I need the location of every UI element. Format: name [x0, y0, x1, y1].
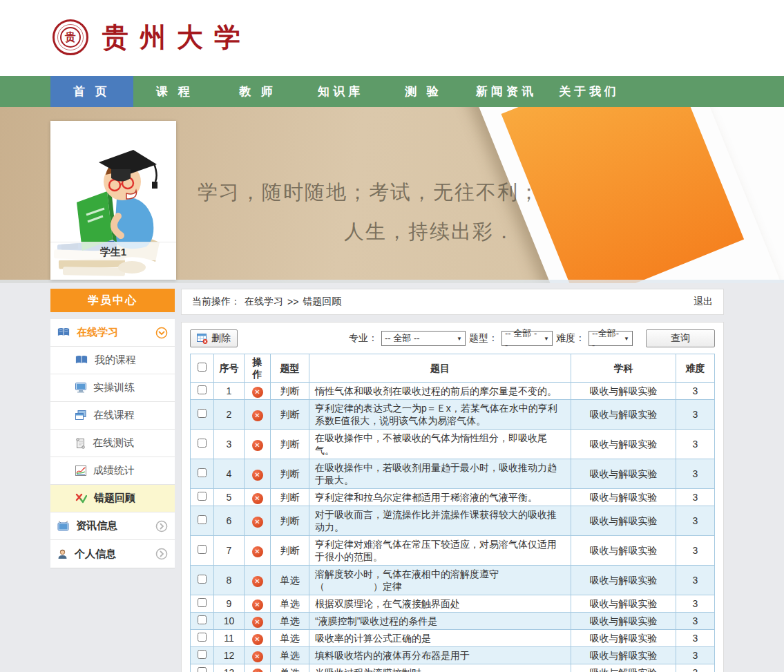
row-checkbox[interactable] — [198, 468, 207, 477]
select-all-checkbox[interactable] — [198, 363, 207, 372]
main-nav: 首 页 课 程 教 师 知识库 测 验 新闻资讯 关于我们 — [0, 76, 784, 107]
seal-character: 贵 — [60, 27, 81, 48]
row-operation-cell — [245, 506, 271, 536]
breadcrumb: 当前操作： 在线学习 >> 错题回顾 退出 — [181, 289, 724, 315]
sidebar: 学员中心 在线学习 我的课程 实操训练 在线课程 — [50, 289, 175, 568]
row-type: 单选 — [271, 613, 309, 630]
filter-major-label: 专业： — [349, 332, 378, 345]
banner-slogan: 学习，随时随地；考试，无往不利； 人生，持续出彩． — [198, 179, 540, 246]
delete-row-icon[interactable] — [252, 669, 263, 672]
sidebar-item-practice-training[interactable]: 实操训练 — [50, 374, 175, 402]
delete-button[interactable]: 删除 — [190, 329, 238, 347]
wrong-check-icon — [75, 493, 87, 503]
nav-item-teachers[interactable]: 教 师 — [216, 76, 299, 107]
book-icon — [57, 327, 70, 338]
delete-row-icon[interactable] — [252, 440, 263, 451]
nav-item-about[interactable]: 关于我们 — [548, 76, 631, 107]
book-icon — [75, 355, 88, 365]
table-row: 3 判断 在吸收操作中，不被吸收的气体为惰性组分，即吸收尾气。 吸收与解吸实验 … — [191, 430, 715, 459]
table-row: 7 判断 亨利定律对难溶气体在常压下较适应，对易溶气体仅适用于很小的范围。 吸收… — [191, 536, 715, 566]
row-checkbox[interactable] — [198, 633, 207, 642]
question-rows: 1 判断 惰性气体和吸收剂在吸收过程的前后的摩尔量是不变的。 吸收与解吸实验 3… — [191, 383, 715, 672]
delete-table-icon — [197, 334, 208, 344]
filters: 专业： -- 全部 -- ▼ 题型： -- 全部 -- ▼ 难度： --全部-- — [349, 329, 715, 347]
delete-row-icon[interactable] — [252, 634, 263, 645]
row-checkbox[interactable] — [198, 598, 207, 607]
row-number: 9 — [214, 595, 245, 613]
row-checkbox[interactable] — [198, 439, 207, 448]
row-number: 5 — [214, 489, 245, 506]
row-checkbox[interactable] — [198, 409, 207, 418]
row-type: 判断 — [271, 506, 309, 536]
row-checkbox[interactable] — [198, 385, 207, 394]
nav-item-courses[interactable]: 课 程 — [133, 76, 216, 107]
search-button[interactable]: 查询 — [646, 329, 715, 347]
sidebar-item-wrong-question-review[interactable]: 错题回顾 — [50, 485, 175, 512]
row-title: 填料吸收塔内的液体再分布器是用于 — [309, 647, 571, 664]
main-content: 当前操作： 在线学习 >> 错题回顾 退出 删除 专业： -- 全部 -- — [181, 289, 724, 672]
row-type: 单选 — [271, 595, 309, 613]
delete-row-icon[interactable] — [252, 517, 263, 528]
row-type: 判断 — [271, 536, 309, 566]
toolbar: 删除 专业： -- 全部 -- ▼ 题型： -- 全部 -- ▼ — [190, 329, 715, 347]
delete-row-icon[interactable] — [252, 546, 263, 557]
col-header-title: 题目 — [309, 354, 571, 383]
row-title: 在吸收操作中，不被吸收的气体为惰性组分，即吸收尾气。 — [309, 430, 571, 459]
select-all-cell — [191, 354, 214, 383]
col-header-subject: 学科 — [571, 354, 676, 383]
page: 贵 贵州大学 首 页 课 程 教 师 知识库 测 验 新闻资讯 关于我们 — [0, 0, 784, 672]
university-name: 贵州大学 — [102, 20, 251, 55]
difficulty-select[interactable]: --全部-- ▼ — [589, 331, 633, 346]
row-checkbox[interactable] — [198, 492, 207, 501]
row-difficulty: 3 — [676, 613, 715, 630]
row-subject: 吸收与解吸实验 — [571, 536, 676, 566]
sidebar-item-online-courses[interactable]: 在线课程 — [50, 402, 175, 430]
row-type: 判断 — [271, 383, 309, 400]
row-type: 单选 — [271, 630, 309, 647]
person-icon — [57, 549, 68, 559]
nav-item-news[interactable]: 新闻资讯 — [465, 76, 548, 107]
monitor-icon — [75, 383, 86, 393]
student-name-label: 学生1 — [50, 242, 176, 260]
delete-row-icon[interactable] — [252, 617, 263, 628]
row-difficulty: 3 — [676, 430, 715, 459]
row-number: 12 — [214, 647, 245, 664]
student-card: 学生1 — [50, 121, 176, 280]
major-select[interactable]: -- 全部 -- ▼ — [381, 331, 466, 346]
delete-row-icon[interactable] — [252, 651, 263, 662]
breadcrumb-section[interactable]: 在线学习 — [245, 296, 283, 308]
delete-row-icon[interactable] — [252, 599, 263, 611]
row-checkbox[interactable] — [198, 667, 207, 672]
row-checkbox[interactable] — [198, 515, 207, 524]
col-header-difficulty: 难度 — [676, 354, 715, 383]
delete-row-icon[interactable] — [252, 493, 263, 504]
question-type-select[interactable]: -- 全部 -- ▼ — [501, 331, 553, 346]
sidebar-item-online-learning[interactable]: 在线学习 — [50, 319, 175, 347]
sidebar-item-my-courses[interactable]: 我的课程 — [50, 347, 175, 374]
sidebar-item-news-info[interactable]: 资讯信息 — [50, 512, 175, 540]
row-title: 根据双膜理论，在气液接触界面处 — [309, 595, 571, 613]
nav-item-tests[interactable]: 测 验 — [382, 76, 465, 107]
delete-row-icon[interactable] — [252, 470, 263, 481]
nav-item-knowledge[interactable]: 知识库 — [299, 76, 382, 107]
row-title: 对于吸收而言，逆流操作比并流操作课获得较大的吸收推动力。 — [309, 506, 571, 536]
sidebar-item-score-statistics[interactable]: 成绩统计 — [50, 457, 175, 485]
delete-row-icon[interactable] — [252, 387, 263, 398]
nav-item-home[interactable]: 首 页 — [50, 76, 133, 107]
logout-link[interactable]: 退出 — [694, 296, 713, 308]
row-subject: 吸收与解吸实验 — [571, 566, 676, 595]
row-difficulty: 3 — [676, 647, 715, 664]
sidebar-item-personal-info[interactable]: 个人信息 — [50, 540, 175, 568]
row-number: 1 — [214, 383, 245, 400]
row-title: 亨利定律对难溶气体在常压下较适应，对易溶气体仅适用于很小的范围。 — [309, 536, 571, 566]
row-checkbox[interactable] — [198, 650, 207, 659]
delete-row-icon[interactable] — [252, 576, 263, 587]
sidebar-menu: 在线学习 我的课程 实操训练 在线课程 在线测试 — [50, 319, 175, 568]
row-checkbox[interactable] — [198, 545, 207, 554]
row-subject: 吸收与解吸实验 — [571, 400, 676, 430]
delete-row-icon[interactable] — [252, 410, 263, 421]
row-checkbox[interactable] — [198, 575, 207, 584]
sidebar-item-label: 实操训练 — [93, 381, 135, 394]
row-checkbox[interactable] — [198, 615, 207, 624]
sidebar-item-online-tests[interactable]: 在线测试 — [50, 430, 175, 457]
